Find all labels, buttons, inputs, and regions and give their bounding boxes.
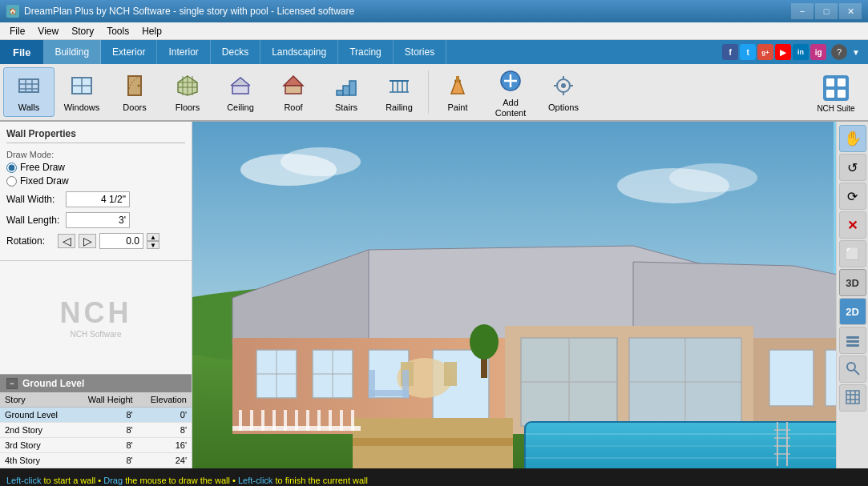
- svg-rect-113: [369, 370, 375, 398]
- elevation-column-header: Elevation: [138, 392, 192, 408]
- rotation-down-button[interactable]: ▼: [147, 241, 159, 249]
- nch-logo-area: NCH NCH Software: [0, 261, 192, 374]
- close-button[interactable]: ✕: [839, 3, 862, 19]
- svg-rect-101: [250, 410, 253, 431]
- table-row[interactable]: 2nd Story 8' 8': [0, 423, 192, 438]
- paint-label: Paint: [447, 102, 467, 112]
- linkedin-icon[interactable]: in: [793, 44, 809, 60]
- tab-stories[interactable]: Stories: [394, 40, 446, 64]
- tab-tracing[interactable]: Tracing: [338, 40, 394, 64]
- rotate-left-button[interactable]: ◁: [58, 234, 75, 248]
- tab-decks[interactable]: Decks: [211, 40, 260, 64]
- tab-arrow-icon[interactable]: ▼: [849, 48, 863, 57]
- rotation-input[interactable]: [99, 233, 143, 249]
- story-cell: 3rd Story: [0, 438, 74, 453]
- wall-height-cell: 8': [74, 453, 138, 468]
- right-toolbar: ✋ ↺ ⟳ ✕ ⬜ 3D 2D: [836, 122, 868, 468]
- main-area: Wall Properties Draw Mode: Free Draw Fix…: [0, 122, 868, 468]
- tab-bar: File Building Exterior Interior Decks La…: [0, 40, 868, 64]
- instagram-icon[interactable]: ig: [810, 44, 826, 60]
- rotate-right-button[interactable]: ▷: [79, 234, 96, 248]
- layers-button[interactable]: [839, 327, 866, 354]
- svg-line-119: [854, 370, 859, 375]
- menu-view[interactable]: View: [31, 24, 65, 38]
- tab-interior[interactable]: Interior: [157, 40, 210, 64]
- svg-rect-109: [340, 410, 343, 431]
- options-icon: [549, 71, 578, 100]
- youtube-icon[interactable]: ▶: [775, 44, 791, 60]
- fixed-draw-radio[interactable]: [6, 176, 17, 187]
- ribbon-doors-button[interactable]: Doors: [109, 67, 160, 117]
- nch-suite-button[interactable]: NCH Suite: [807, 66, 865, 118]
- ribbon-stairs-button[interactable]: Stairs: [321, 67, 372, 117]
- railing-label: Railing: [386, 102, 413, 112]
- fixed-draw-label: Fixed Draw: [20, 175, 69, 187]
- ceiling-label: Ceiling: [227, 102, 254, 112]
- svg-rect-90: [444, 362, 457, 386]
- view2d-button[interactable]: 2D: [839, 298, 866, 325]
- svg-rect-117: [846, 344, 859, 347]
- ribbon-walls-button[interactable]: Walls: [3, 67, 55, 117]
- copy-tool-button[interactable]: ⬜: [839, 240, 866, 267]
- wall-width-input[interactable]: [66, 191, 130, 207]
- wall-length-input[interactable]: [66, 212, 130, 228]
- zoom-button[interactable]: [839, 355, 866, 383]
- collapse-ground-button[interactable]: −: [6, 378, 18, 389]
- nch-logo: NCH: [60, 296, 132, 330]
- ribbon-ceiling-button[interactable]: Ceiling: [215, 67, 266, 117]
- maximize-button[interactable]: □: [815, 3, 838, 19]
- walls-label: Walls: [18, 102, 39, 112]
- story-cell: 2nd Story: [0, 423, 74, 438]
- twitter-icon[interactable]: t: [740, 44, 756, 60]
- table-row[interactable]: 4th Story 8' 24': [0, 453, 192, 468]
- ribbon-add-content-button[interactable]: Add Content: [485, 67, 536, 117]
- elevation-cell: 8': [138, 423, 192, 438]
- grid-button[interactable]: [839, 384, 866, 412]
- 3d-viewport[interactable]: [192, 122, 836, 468]
- svg-point-46: [281, 147, 361, 176]
- menu-story[interactable]: Story: [65, 24, 100, 38]
- table-row[interactable]: 3rd Story 8' 16': [0, 438, 192, 453]
- railing-icon: [385, 71, 414, 100]
- svg-rect-100: [239, 410, 242, 431]
- view3d-button[interactable]: 3D: [839, 269, 866, 296]
- status-drag: Drag: [103, 476, 123, 485]
- free-draw-radio[interactable]: [6, 163, 17, 173]
- svg-rect-73: [826, 350, 836, 406]
- rotation-up-button[interactable]: ▲: [147, 233, 159, 241]
- menu-tools[interactable]: Tools: [100, 24, 135, 38]
- orbit-tool-button[interactable]: ↺: [839, 154, 866, 181]
- svg-rect-20: [343, 86, 349, 95]
- ribbon-floors-button[interactable]: Floors: [162, 67, 213, 117]
- tab-file[interactable]: File: [0, 40, 43, 64]
- orbit-icon: ↺: [847, 160, 858, 175]
- ribbon-roof-button[interactable]: Roof: [268, 67, 319, 117]
- tab-exterior[interactable]: Exterior: [101, 40, 157, 64]
- menu-file[interactable]: File: [3, 24, 31, 38]
- fixed-draw-radio-row: Fixed Draw: [6, 175, 185, 187]
- minimize-button[interactable]: −: [791, 3, 813, 19]
- tab-building[interactable]: Building: [43, 40, 101, 64]
- svg-rect-106: [306, 410, 309, 431]
- googleplus-icon[interactable]: g+: [757, 44, 773, 60]
- tab-landscaping[interactable]: Landscaping: [260, 40, 338, 64]
- delete-tool-button[interactable]: ✕: [839, 211, 866, 239]
- status-text-1c: to finish the current wall: [275, 476, 368, 485]
- select-tool-button[interactable]: ✋: [839, 125, 866, 152]
- ribbon-railing-button[interactable]: Railing: [373, 67, 425, 117]
- ribbon-options-button[interactable]: Options: [538, 67, 589, 117]
- ribbon-paint-button[interactable]: Paint: [432, 67, 483, 117]
- left-panel: Wall Properties Draw Mode: Free Draw Fix…: [0, 122, 192, 468]
- svg-rect-75: [353, 438, 513, 446]
- table-row[interactable]: Ground Level 8' 0': [0, 408, 192, 423]
- draw-mode-label: Draw Mode:: [6, 150, 185, 159]
- svg-point-48: [669, 163, 757, 192]
- menu-help[interactable]: Help: [135, 24, 168, 38]
- ribbon-windows-button[interactable]: Windows: [56, 67, 107, 117]
- svg-rect-72: [769, 350, 813, 406]
- status-text-1b: the mouse to draw the wall •: [125, 476, 238, 485]
- pan-tool-button[interactable]: ⟳: [839, 183, 866, 210]
- story-cell: 4th Story: [0, 453, 74, 468]
- help-button[interactable]: ?: [831, 44, 847, 60]
- facebook-icon[interactable]: f: [722, 44, 738, 60]
